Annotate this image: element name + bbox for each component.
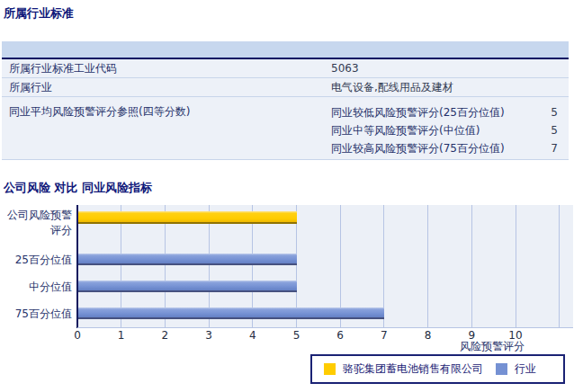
bar-公司风险预警评分	[77, 211, 297, 224]
category-label-公司风险预警评分: 公司风险预警评分	[0, 208, 72, 238]
subrow-value: 7	[551, 139, 558, 157]
subrow-value: 5	[551, 121, 558, 139]
category-label-25百分位值: 25百分位值	[0, 253, 72, 268]
y-axis-line	[76, 205, 78, 328]
category-label-中分位值: 中分位值	[0, 280, 72, 295]
quartile-subrows: 同业较低风险预警评分(25百分位值) 5 同业中等风险预警评分(中位值) 5 同…	[331, 103, 569, 157]
gridline	[559, 205, 560, 327]
row-label: 所属行业	[9, 80, 52, 95]
bar-25百分位值	[77, 254, 297, 265]
category-label-75百分位值: 75百分位值	[0, 307, 72, 322]
subrow-25th-percentile: 同业较低风险预警评分(25百分位值) 5	[331, 103, 569, 121]
bar-75百分位值	[77, 307, 384, 319]
legend-label-industry: 行业	[515, 361, 536, 377]
subrow-label: 同业较高风险预警评分(75百分位值)	[331, 142, 505, 155]
legend-swatch-industry	[496, 363, 507, 375]
industry-standard-table: 所属行业标准工业代码 5063 所属行业 电气设备,配线用品及建材 同业平均风险…	[2, 41, 569, 160]
section-title-industry-standard: 所属行业标准	[4, 5, 74, 22]
table-row-industry-name: 所属行业 电气设备,配线用品及建材	[2, 78, 569, 97]
subrow-75th-percentile: 同业较高风险预警评分(75百分位值) 7	[331, 139, 569, 157]
chart-plot-area	[77, 205, 573, 327]
chart-legend: 骆驼集团蓄电池销售有限公司 行业	[310, 354, 565, 384]
report-page: { "section_industry": { "title": "所属行业标准…	[0, 0, 583, 392]
gridline	[471, 205, 472, 327]
subrow-label: 同业较低风险预警评分(25百分位值)	[331, 106, 505, 119]
row-label: 同业平均风险预警评分参照(四等分数)	[9, 104, 190, 120]
x-axis-line	[77, 327, 573, 328]
x-axis-title: 风险预警评分	[77, 339, 525, 354]
row-value: 电气设备,配线用品及建材	[331, 80, 453, 95]
table-header-band	[2, 41, 569, 59]
row-value: 5063	[331, 62, 359, 75]
table-row-industry-code: 所属行业标准工业代码 5063	[2, 59, 569, 78]
subrow-label: 同业中等风险预警评分(中位值)	[331, 124, 480, 137]
section-title-risk-comparison: 公司风险 对比 同业风险指标	[4, 180, 152, 196]
subrow-median: 同业中等风险预警评分(中位值) 5	[331, 121, 569, 139]
legend-swatch-company	[324, 363, 336, 375]
gridline	[516, 205, 516, 327]
legend-label-company: 骆驼集团蓄电池销售有限公司	[343, 361, 483, 377]
bar-中分位值	[77, 281, 297, 292]
subrow-value: 5	[551, 103, 558, 121]
gridline	[427, 205, 428, 327]
row-label: 所属行业标准工业代码	[9, 61, 117, 76]
table-row-peer-quartiles: 同业平均风险预警评分参照(四等分数) 同业较低风险预警评分(25百分位值) 5 …	[2, 97, 569, 160]
